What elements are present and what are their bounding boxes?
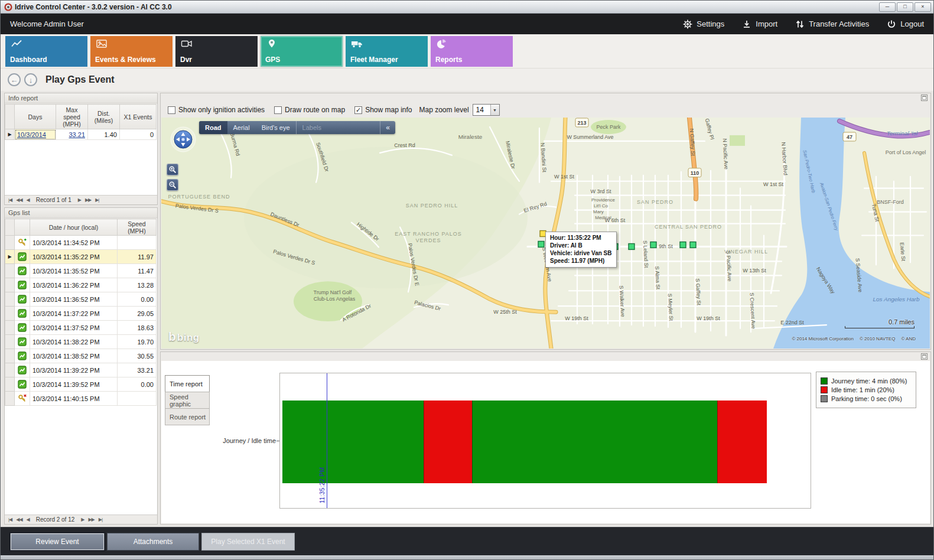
pager-prev-0[interactable]: |◀ (8, 517, 12, 522)
map-scale-text: 0.7 miles (845, 318, 915, 325)
tab-events-reviews[interactable]: Events & Reviews (90, 36, 173, 67)
gps-row[interactable]: 10/3/2014 11:40:15 PM (5, 392, 157, 406)
gps-row[interactable]: 10/3/2014 11:39:52 PM0.00 (5, 377, 157, 392)
tab-label-reports: Reports (435, 56, 508, 64)
tab-gps[interactable]: GPS (261, 36, 343, 67)
map-zoom-level-value: 14 (473, 106, 490, 114)
bing-map[interactable]: MiralestePeck ParkW Summerland AveCrest … (161, 118, 930, 349)
subheader: ← ↓ Play Gps Event (1, 69, 933, 91)
gps-speed-cell: 11.47 (118, 264, 157, 278)
gps-row[interactable]: 10/3/2014 11:37:22 PM29.05 (5, 307, 157, 321)
map-mode-bird-s-eye[interactable]: Bird's eye (256, 121, 296, 134)
tab-reports[interactable]: Reports (431, 36, 513, 67)
transfer-activities-button[interactable]: Transfer Activities (795, 19, 869, 29)
checkbox-box[interactable]: ✓ (354, 106, 362, 114)
map-label: SAN PEDRO (637, 199, 673, 205)
gps-row[interactable]: 10/3/2014 11:38:22 PM19.70 (5, 335, 157, 349)
gps-row[interactable]: ▶10/3/2014 11:35:22 PM11.97 (5, 250, 157, 264)
settings-label: Settings (697, 19, 724, 28)
pager-prev-2[interactable]: ◀ (27, 517, 30, 522)
show-only-ignition-activities-checkbox[interactable]: Show only ignition activities (168, 106, 265, 114)
collapse-button[interactable]: ↓ (24, 73, 37, 86)
tab-dashboard[interactable]: Dashboard (5, 36, 87, 67)
gps-row[interactable]: 10/3/2014 11:34:52 PM (5, 236, 157, 250)
gps-row[interactable]: 10/3/2014 11:36:52 PM0.00 (5, 292, 157, 307)
gps-speed-cell (118, 236, 157, 250)
chart-panel-strip (161, 352, 930, 361)
pager-next-2[interactable]: ▶| (95, 197, 99, 203)
tab-fleet-manager[interactable]: Fleet Manager (346, 36, 428, 67)
pager-prev-0[interactable]: |◀ (8, 197, 12, 203)
row-indicator (5, 264, 15, 278)
map-mode-road[interactable]: Road (199, 121, 227, 134)
info-max-speed-cell[interactable]: 33.21 (56, 129, 88, 140)
tab-dvr[interactable]: Dvr (175, 36, 258, 67)
legend-label: Journey time: 4 min (80%) (831, 377, 907, 385)
gps-point-icon (15, 349, 30, 363)
pager-next-1[interactable]: ▶▶ (85, 197, 91, 203)
chart-panel-maximize-icon[interactable] (921, 353, 928, 360)
tab-speed-graphic[interactable]: Speed graphic (165, 392, 210, 409)
zoom-out-button[interactable] (167, 179, 178, 191)
tab-time-report[interactable]: Time report (165, 375, 210, 392)
titlebar: Idrive Control Center - 3.0.2 version - … (1, 1, 933, 14)
review-event-button[interactable]: Review Event (10, 533, 105, 551)
info-days-cell[interactable]: 10/3/2014 (15, 129, 56, 140)
info-row[interactable]: ▶10/3/201433.211.400 (5, 129, 157, 140)
map-label: W 19th St (697, 315, 720, 321)
pager-next-1[interactable]: ▶▶ (88, 517, 94, 522)
close-button[interactable]: × (915, 2, 931, 12)
dropdown-arrow-icon: ▼ (490, 105, 499, 115)
pager-next-2[interactable]: ▶| (99, 517, 102, 522)
attachments-button[interactable]: Attachments (107, 533, 199, 551)
gps-point-icon (15, 264, 30, 278)
tab-route-report[interactable]: Route report (165, 408, 210, 425)
gps-date-cell: 10/3/2014 11:34:52 PM (30, 236, 118, 250)
truck-icon (350, 39, 423, 48)
maximize-button[interactable]: □ (897, 2, 913, 12)
map-label: VERDES (416, 237, 441, 243)
map-attribution: © 2014 Microsoft Corporation© 2010 NAVTE… (792, 336, 916, 341)
draw-route-on-map-checkbox[interactable]: Draw route on map (274, 106, 345, 114)
gps-row[interactable]: 10/3/2014 11:37:52 PM18.63 (5, 321, 157, 335)
map-panel-strip (161, 93, 930, 102)
map-modebar-collapse-button[interactable]: « (380, 121, 395, 134)
checkbox-box[interactable] (168, 106, 175, 114)
pager-next-0[interactable]: ▶ (78, 197, 81, 203)
pager-next-0[interactable]: ▶ (81, 517, 84, 522)
map-mode-aerial[interactable]: Aerial (227, 121, 256, 134)
map-zoom-level-select[interactable]: 14 ▼ (473, 104, 500, 116)
checkbox-label: Draw route on map (285, 106, 345, 114)
show-map-info-checkbox[interactable]: ✓Show map info (354, 106, 412, 114)
gps-marker[interactable] (680, 242, 686, 248)
settings-button[interactable]: Settings (683, 19, 724, 29)
gps-list-table: Date / hour (local)Speed (MPH) 10/3/2014… (5, 219, 157, 406)
pager-prev-2[interactable]: ◀ (27, 197, 30, 203)
minimize-button[interactable]: ─ (879, 2, 896, 12)
map-label: Peck Park (597, 124, 621, 130)
gps-marker[interactable] (690, 242, 696, 248)
info-column-header: X1 Events (120, 105, 157, 129)
map-compass-control[interactable] (170, 126, 197, 153)
gps-row[interactable]: 10/3/2014 11:36:22 PM13.28 (5, 278, 157, 292)
gps-row[interactable]: 10/3/2014 11:35:52 PM11.47 (5, 264, 157, 278)
image-icon (95, 39, 168, 48)
map-panel-maximize-icon[interactable] (921, 95, 928, 101)
gps-row[interactable]: 10/3/2014 11:38:52 PM30.55 (5, 349, 157, 363)
gps-marker[interactable] (650, 242, 656, 248)
logout-button[interactable]: Logout (887, 19, 924, 29)
gps-marker[interactable] (538, 241, 544, 247)
map-attribution-item: © 2014 Microsoft Corporation (792, 336, 854, 341)
import-button[interactable]: Import (742, 19, 777, 29)
play-selected-x1-event-button: Play Selected X1 Event (201, 533, 295, 551)
map-mode-labels[interactable]: Labels (296, 121, 327, 134)
back-button[interactable]: ← (8, 73, 21, 86)
pager-prev-1[interactable]: ◀◀ (16, 517, 22, 522)
gps-marker[interactable] (629, 243, 634, 249)
checkbox-box[interactable] (274, 106, 282, 114)
legend-swatch (821, 386, 828, 393)
zoom-in-button[interactable] (167, 164, 178, 175)
map-panel: Show only ignition activitiesDraw route … (160, 93, 931, 350)
pager-prev-1[interactable]: ◀◀ (16, 197, 22, 203)
gps-row[interactable]: 10/3/2014 11:39:22 PM33.21 (5, 363, 157, 377)
